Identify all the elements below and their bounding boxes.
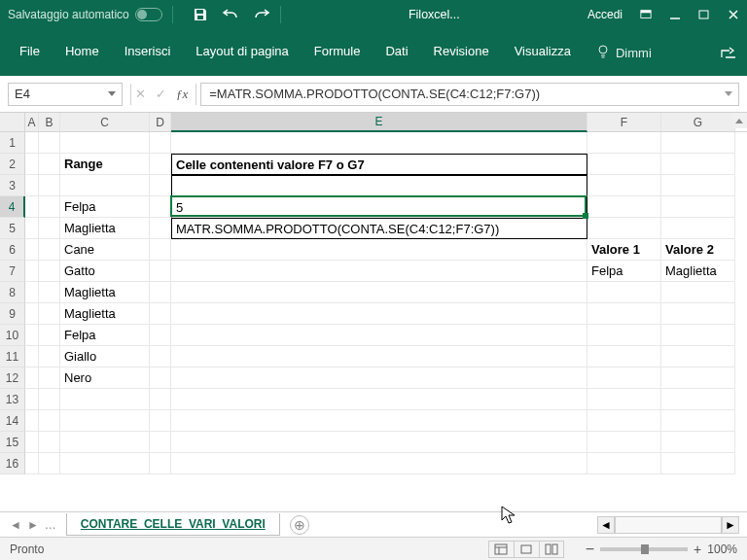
- tell-me[interactable]: Dimmi: [596, 45, 652, 61]
- cell-A5[interactable]: [25, 218, 39, 239]
- cell-B9[interactable]: [39, 303, 60, 325]
- cell-E14[interactable]: [171, 410, 587, 432]
- cell-E10[interactable]: [171, 325, 587, 346]
- col-header-a[interactable]: A: [25, 113, 39, 131]
- cell-A7[interactable]: [25, 261, 39, 282]
- cell-E5[interactable]: MATR.SOMMA.PRODOTTO(CONTA.SE(C4:C12;F7:G…: [171, 218, 587, 239]
- sheet-nav-more-icon[interactable]: …: [45, 518, 56, 532]
- cell-C6[interactable]: Cane: [60, 239, 150, 261]
- cell-G12[interactable]: [661, 368, 735, 389]
- cell-A4[interactable]: [25, 196, 39, 218]
- cell-B14[interactable]: [39, 410, 60, 432]
- cell-D3[interactable]: [150, 175, 171, 196]
- row-header-11[interactable]: 11: [0, 346, 25, 368]
- cell-A15[interactable]: [25, 432, 39, 453]
- row-header-1[interactable]: 1: [0, 132, 25, 154]
- cell-A13[interactable]: [25, 389, 39, 410]
- sheet-nav-prev-icon[interactable]: ◄: [10, 518, 21, 532]
- cell-B13[interactable]: [39, 389, 60, 410]
- add-sheet-button[interactable]: ⊕: [290, 515, 309, 535]
- row-header-2[interactable]: 2: [0, 154, 25, 175]
- tab-data[interactable]: Dati: [374, 38, 419, 68]
- cell-A8[interactable]: [25, 282, 39, 303]
- row-header-7[interactable]: 7: [0, 261, 25, 282]
- cell-G9[interactable]: [661, 303, 735, 325]
- cell-B2[interactable]: [39, 154, 60, 175]
- cell-E15[interactable]: [171, 432, 587, 453]
- row-header-4[interactable]: 4: [0, 196, 25, 218]
- formula-input[interactable]: =MATR.SOMMA.PRODOTTO(CONTA.SE(C4:C12;F7:…: [200, 83, 739, 106]
- cell-E8[interactable]: [171, 282, 587, 303]
- cell-G6[interactable]: Valore 2: [661, 239, 735, 261]
- row-header-13[interactable]: 13: [0, 389, 25, 410]
- cell-E13[interactable]: [171, 389, 587, 410]
- cell-E4[interactable]: 5: [171, 196, 587, 218]
- hscroll-track[interactable]: [615, 516, 722, 534]
- cell-D6[interactable]: [150, 239, 171, 261]
- row-header-12[interactable]: 12: [0, 368, 25, 389]
- tab-insert[interactable]: Inserisci: [113, 38, 183, 68]
- col-header-c[interactable]: C: [60, 113, 150, 131]
- ribbon-display-icon[interactable]: [640, 9, 652, 20]
- tab-file[interactable]: File: [8, 38, 52, 68]
- spreadsheet-grid[interactable]: A B C D E F G 12RangeCelle contenenti va…: [0, 113, 747, 511]
- cell-G3[interactable]: [661, 175, 735, 196]
- cell-D10[interactable]: [150, 325, 171, 346]
- cell-A9[interactable]: [25, 303, 39, 325]
- row-header-16[interactable]: 16: [0, 453, 25, 474]
- vertical-scrollbar[interactable]: [731, 113, 747, 511]
- cell-G2[interactable]: [661, 154, 735, 175]
- cell-G11[interactable]: [661, 346, 735, 368]
- tab-home[interactable]: Home: [53, 38, 111, 68]
- row-header-6[interactable]: 6: [0, 239, 25, 261]
- cell-E11[interactable]: [171, 346, 587, 368]
- view-pagebreak-icon[interactable]: [539, 541, 564, 558]
- cell-A2[interactable]: [25, 154, 39, 175]
- minimize-icon[interactable]: [669, 9, 681, 20]
- cell-C10[interactable]: Felpa: [60, 325, 150, 346]
- cell-B15[interactable]: [39, 432, 60, 453]
- cell-B11[interactable]: [39, 346, 60, 368]
- undo-icon[interactable]: [222, 7, 239, 22]
- cell-C14[interactable]: [60, 410, 150, 432]
- cell-C9[interactable]: Maglietta: [60, 303, 150, 325]
- select-all-corner[interactable]: [0, 113, 25, 131]
- cell-F6[interactable]: Valore 1: [587, 239, 661, 261]
- cell-F16[interactable]: [587, 453, 661, 474]
- autosave-toggle[interactable]: Salvataggio automatico: [8, 8, 162, 21]
- cell-E1[interactable]: [171, 132, 587, 154]
- cell-C2[interactable]: Range: [60, 154, 150, 175]
- close-icon[interactable]: [728, 9, 739, 20]
- cell-G7[interactable]: Maglietta: [661, 261, 735, 282]
- cell-A10[interactable]: [25, 325, 39, 346]
- cell-F2[interactable]: [587, 154, 661, 175]
- row-header-14[interactable]: 14: [0, 410, 25, 432]
- cell-F13[interactable]: [587, 389, 661, 410]
- cell-B16[interactable]: [39, 453, 60, 474]
- cell-F14[interactable]: [587, 410, 661, 432]
- cell-F15[interactable]: [587, 432, 661, 453]
- hscroll-right-icon[interactable]: ►: [722, 516, 739, 534]
- cell-D14[interactable]: [150, 410, 171, 432]
- cell-F11[interactable]: [587, 346, 661, 368]
- cell-C3[interactable]: [60, 175, 150, 196]
- cell-C11[interactable]: Giallo: [60, 346, 150, 368]
- cancel-formula-icon[interactable]: ✕: [135, 87, 146, 101]
- zoom-slider[interactable]: [600, 547, 688, 551]
- cell-D7[interactable]: [150, 261, 171, 282]
- cell-C8[interactable]: Maglietta: [60, 282, 150, 303]
- cell-C4[interactable]: Felpa: [60, 196, 150, 218]
- cell-D2[interactable]: [150, 154, 171, 175]
- cell-C7[interactable]: Gatto: [60, 261, 150, 282]
- cell-B5[interactable]: [39, 218, 60, 239]
- cell-G1[interactable]: [661, 132, 735, 154]
- col-header-d[interactable]: D: [150, 113, 171, 131]
- cell-C13[interactable]: [60, 389, 150, 410]
- cell-D5[interactable]: [150, 218, 171, 239]
- cell-E7[interactable]: [171, 261, 587, 282]
- cell-C1[interactable]: [60, 132, 150, 154]
- cell-F9[interactable]: [587, 303, 661, 325]
- cell-D9[interactable]: [150, 303, 171, 325]
- cell-E16[interactable]: [171, 453, 587, 474]
- cell-B8[interactable]: [39, 282, 60, 303]
